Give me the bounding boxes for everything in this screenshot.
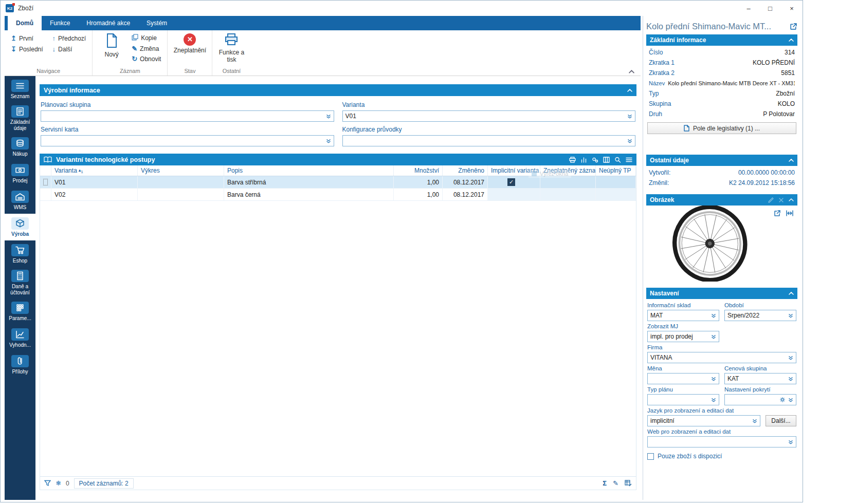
dropdown-icon[interactable] xyxy=(711,377,716,381)
next-button[interactable]: ↓ Další xyxy=(50,45,88,53)
open-external-icon[interactable] xyxy=(790,23,797,30)
functions-print-button[interactable]: Funkce a tisk xyxy=(216,32,246,63)
sidebar-item-wms[interactable]: WMS xyxy=(5,187,35,214)
routing-config-combo[interactable] xyxy=(342,135,636,146)
dropdown-icon[interactable] xyxy=(711,313,716,318)
column-vykres[interactable]: Výkres xyxy=(138,165,224,176)
previous-label: Předchozí xyxy=(58,35,86,42)
print-icon[interactable] xyxy=(569,157,576,163)
dropdown-icon[interactable] xyxy=(788,377,793,381)
edit-button[interactable]: ✎ xyxy=(613,479,618,487)
column-popis[interactable]: Popis xyxy=(224,165,394,176)
invalidate-button[interactable]: ✕ Zneplatnění xyxy=(172,32,208,54)
display-unit-combo[interactable]: impl. pro prodej xyxy=(647,331,719,342)
sidebar-item-vyhodnoceni[interactable]: Vyhodn... xyxy=(5,325,35,351)
new-button[interactable]: Nový xyxy=(97,32,126,59)
column-mnozstvi[interactable]: Množství xyxy=(394,165,443,176)
sidebar-item-prodej[interactable]: Prodej xyxy=(5,160,35,187)
sidebar-item-seznam[interactable]: Seznam xyxy=(5,76,35,103)
change-button[interactable]: ✎ Změna xyxy=(130,44,163,53)
sidebar-item-nakup[interactable]: Nákup xyxy=(5,134,35,160)
first-button[interactable]: ↥ První xyxy=(9,34,45,43)
table-empty-area xyxy=(40,201,636,476)
period-combo[interactable]: Srpen/2022 xyxy=(724,310,796,321)
table-row[interactable]: V02 Barva černá 1,00 08.12.2017 xyxy=(40,189,636,201)
maximize-button[interactable]: □ xyxy=(759,1,781,16)
more-button[interactable]: Další... xyxy=(766,415,796,426)
info-warehouse-combo[interactable]: MAT xyxy=(647,310,719,321)
service-card-combo[interactable] xyxy=(41,135,334,146)
tab-funkce[interactable]: Funkce xyxy=(42,16,78,30)
open-image-icon[interactable] xyxy=(774,210,781,217)
sidebar-item-prilohy[interactable]: Přílohy xyxy=(5,351,35,378)
planning-group-combo[interactable] xyxy=(41,110,334,122)
dropdown-icon[interactable] xyxy=(711,334,716,339)
column-neuplny-tp[interactable]: Neúplný TP xyxy=(596,165,636,176)
last-button[interactable]: ↧ Poslední xyxy=(9,45,45,53)
column-zmeneno[interactable]: Změněno xyxy=(443,165,488,176)
collapse-section-icon[interactable] xyxy=(789,292,794,295)
column-varianta[interactable]: Varianta ▴1 xyxy=(51,165,138,176)
dropdown-icon[interactable] xyxy=(788,440,793,444)
collapse-section-icon[interactable] xyxy=(789,198,794,201)
gears-icon[interactable] xyxy=(592,157,598,163)
checked-checkbox[interactable] xyxy=(507,178,515,186)
gear-icon[interactable] xyxy=(779,397,786,403)
plan-type-combo[interactable] xyxy=(647,394,719,405)
snip-ghost-label: Výřez okna xyxy=(540,171,568,177)
image-edit-icon[interactable] xyxy=(768,197,774,203)
only-disposition-checkbox[interactable] xyxy=(647,453,654,460)
tab-domu[interactable]: Domů xyxy=(8,16,42,30)
tab-system[interactable]: Systém xyxy=(138,16,175,30)
fit-width-icon[interactable] xyxy=(786,210,793,217)
dropdown-icon[interactable] xyxy=(788,356,793,360)
refresh-button[interactable]: ↻ Obnovit xyxy=(130,54,163,63)
sidebar-item-parametry[interactable]: Parame... xyxy=(5,298,35,325)
web-combo[interactable] xyxy=(647,436,796,447)
previous-button[interactable]: ↑ Předchozí xyxy=(50,34,88,43)
collapse-ribbon-button[interactable] xyxy=(629,70,634,73)
filter-icon[interactable] xyxy=(44,480,51,487)
copy-button[interactable]: Kopie xyxy=(130,33,163,43)
chart-icon[interactable] xyxy=(580,157,587,163)
freeze-icon[interactable]: ❄ xyxy=(56,479,61,487)
zoom-icon[interactable] xyxy=(614,157,621,163)
language-combo[interactable]: implicitní xyxy=(647,415,760,426)
columns-icon[interactable] xyxy=(603,157,610,163)
table-row[interactable]: V01 Barva stříbrná 1,00 08.12.2017 xyxy=(40,176,636,189)
sidebar-item-dane-a-uctovani[interactable]: Daně a účtování xyxy=(5,267,35,298)
dropdown-icon[interactable] xyxy=(788,313,793,318)
cell-zneplatneny xyxy=(540,176,596,188)
collapse-section-icon[interactable] xyxy=(627,89,632,92)
sidebar-item-eshop[interactable]: Eshop xyxy=(5,240,35,267)
coverage-settings-combo[interactable] xyxy=(724,394,796,405)
collapse-section-icon[interactable] xyxy=(789,39,794,42)
main-empty-area xyxy=(40,490,636,496)
service-card-label: Servisní karta xyxy=(41,126,334,133)
dropdown-icon[interactable] xyxy=(627,114,632,119)
close-button[interactable]: × xyxy=(781,1,803,16)
dropdown-icon[interactable] xyxy=(326,114,331,119)
price-group-combo[interactable]: KAT xyxy=(724,373,796,384)
collapse-section-icon[interactable] xyxy=(789,159,794,162)
tab-hromadne-akce[interactable]: Hromadné akce xyxy=(78,16,138,30)
dropdown-icon[interactable] xyxy=(711,398,716,402)
currency-combo[interactable] xyxy=(647,373,719,384)
menu-icon[interactable] xyxy=(626,157,632,163)
cart-icon xyxy=(11,244,29,256)
sum-button[interactable]: Σ xyxy=(603,479,607,487)
dropdown-icon[interactable] xyxy=(788,398,793,402)
variant-combo[interactable]: V01 xyxy=(342,110,636,122)
image-delete-icon[interactable] xyxy=(778,197,784,203)
legislativa-button[interactable]: Pole dle legislativy (1) ... xyxy=(647,122,796,134)
dropdown-icon[interactable] xyxy=(627,139,632,143)
dropdown-icon[interactable] xyxy=(326,139,331,143)
company-combo[interactable]: VITANA xyxy=(647,352,796,363)
edit-grid-button[interactable] xyxy=(625,480,632,487)
titlebar: K2 Zboží – □ × xyxy=(1,1,803,16)
sidebar-item-zakladni-udaje[interactable]: Základní údaje xyxy=(5,103,35,134)
sidebar-item-vyroba[interactable]: Výroba xyxy=(5,214,35,240)
dropdown-icon[interactable] xyxy=(752,419,757,423)
minimize-button[interactable]: – xyxy=(738,1,759,16)
info-row-zkratka2: Zkratka 25851 xyxy=(647,68,796,78)
